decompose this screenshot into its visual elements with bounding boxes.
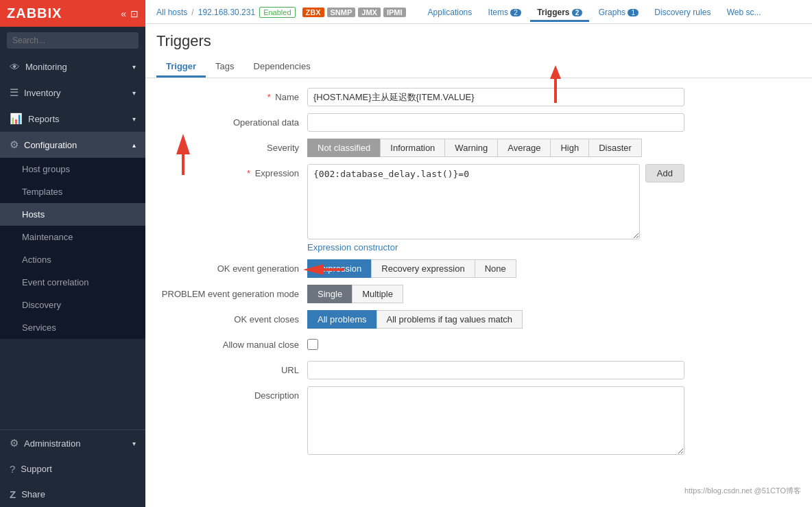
search-area — [0, 27, 145, 54]
problem-mode-label: PROBLEM event generation mode — [156, 285, 307, 303]
breadcrumb-sep1: / — [191, 8, 193, 17]
tab-triggers[interactable]: Triggers 2 — [530, 5, 589, 22]
tab-applications[interactable]: Applications — [421, 5, 479, 22]
allow-manual-checkbox[interactable] — [307, 339, 318, 350]
page-title-bar: Triggers — [145, 24, 812, 57]
sidebar-item-host-groups[interactable]: Host groups — [0, 158, 145, 180]
description-control — [307, 386, 684, 457]
severity-warning[interactable]: Warning — [444, 139, 497, 157]
expression-area: {002:database_delay.last()}=0 Add — [307, 164, 684, 239]
share-icon: Z — [10, 488, 16, 500]
ok-closes-all[interactable]: All problems — [307, 310, 377, 329]
search-input[interactable] — [7, 32, 139, 49]
expression-required: * — [247, 168, 250, 178]
tab-graphs[interactable]: Graphs 1 — [592, 5, 645, 22]
allow-manual-row: Allow manual close — [156, 335, 801, 354]
allow-manual-label: Allow manual close — [156, 335, 307, 354]
configuration-chevron: ▴ — [132, 141, 136, 149]
sidebar-item-templates[interactable]: Templates — [0, 180, 145, 203]
problem-mode-control: Single Multiple — [307, 285, 684, 303]
snmp-badge: SNMP — [327, 8, 356, 17]
ok-event-row: OK event generation Expression Recovery … — [156, 259, 801, 278]
severity-average[interactable]: Average — [497, 139, 550, 157]
tab-discovery-rules[interactable]: Discovery rules — [647, 5, 717, 22]
trigger-tab-tags[interactable]: Tags — [206, 57, 243, 78]
name-label: * Name — [156, 88, 307, 106]
tab-web-screens[interactable]: Web sc... — [720, 5, 768, 22]
monitoring-label: Monitoring — [25, 62, 67, 72]
trigger-tab-dependencies[interactable]: Dependencies — [244, 57, 320, 78]
logo-icons: « ⊡ — [121, 8, 139, 19]
operational-data-input[interactable] — [307, 113, 684, 132]
severity-group: Not classified Information Warning Avera… — [307, 139, 684, 157]
sidebar-bottom: ⚙ Administration ▾ ? Support Z Share — [0, 429, 145, 507]
url-label: URL — [156, 361, 307, 379]
inventory-chevron: ▾ — [132, 89, 136, 97]
severity-disaster[interactable]: Disaster — [588, 139, 642, 157]
severity-information[interactable]: Information — [380, 139, 444, 157]
expand-icon[interactable]: ⊡ — [130, 8, 139, 19]
ok-event-none[interactable]: None — [475, 259, 516, 278]
severity-control: Not classified Information Warning Avera… — [307, 139, 684, 157]
ok-closes-row: OK event closes All problems All problem… — [156, 310, 801, 329]
tab-items[interactable]: Items 2 — [481, 5, 528, 22]
ok-event-control: Expression Recovery expression None — [307, 259, 684, 278]
trigger-form-content: * Name Operational data Severity — [145, 78, 812, 507]
name-required: * — [267, 92, 271, 102]
sidebar-item-administration[interactable]: ⚙ Administration ▾ — [0, 430, 145, 456]
breadcrumb-all-hosts[interactable]: All hosts — [156, 8, 187, 17]
url-input[interactable] — [307, 361, 684, 379]
top-bar: All hosts / 192.168.30.231 Enabled ZBX S… — [145, 0, 812, 24]
sidebar-item-share[interactable]: Z Share — [0, 482, 145, 507]
zbx-badge: ZBX — [302, 8, 324, 17]
sidebar-item-monitoring[interactable]: 👁 Monitoring ▾ — [0, 54, 145, 80]
severity-not-classified[interactable]: Not classified — [307, 139, 380, 157]
ok-closes-control: All problems All problems if tag values … — [307, 310, 684, 329]
inventory-label: Inventory — [24, 88, 60, 98]
operational-data-control — [307, 113, 684, 132]
problem-mode-single[interactable]: Single — [307, 285, 352, 303]
expression-constructor-link[interactable]: Expression constructor — [307, 242, 398, 252]
monitoring-chevron: ▾ — [132, 63, 136, 71]
description-textarea[interactable] — [307, 386, 684, 455]
sidebar-item-event-correlation[interactable]: Event correlation — [0, 271, 145, 294]
problem-mode-group: Single Multiple — [307, 285, 684, 303]
expression-row: * Expression {002:database_delay.last()}… — [156, 164, 801, 252]
ok-event-expression[interactable]: Expression — [307, 259, 371, 278]
problem-mode-row: PROBLEM event generation mode Single Mul… — [156, 285, 801, 303]
expression-textarea[interactable]: {002:database_delay.last()}=0 — [307, 164, 640, 239]
sidebar-item-support[interactable]: ? Support — [0, 456, 145, 482]
support-label: Support — [21, 464, 52, 474]
ok-event-label: OK event generation — [156, 259, 307, 278]
add-expression-button[interactable]: Add — [645, 164, 684, 182]
host-badges: ZBX SNMP JMX IPMI — [302, 8, 406, 17]
ipmi-badge: IPMI — [383, 8, 406, 17]
url-row: URL — [156, 361, 801, 379]
operational-data-label: Operational data — [156, 113, 307, 132]
ok-closes-tag[interactable]: All problems if tag values match — [377, 310, 523, 329]
sidebar-item-inventory[interactable]: ☰ Inventory ▾ — [0, 80, 145, 106]
sidebar-item-discovery[interactable]: Discovery — [0, 294, 145, 316]
trigger-tab-trigger[interactable]: Trigger — [156, 57, 206, 78]
sidebar-item-services[interactable]: Services — [0, 316, 145, 339]
sidebar-item-configuration[interactable]: ⚙ Configuration ▴ — [0, 132, 145, 158]
sidebar: ZABBIX « ⊡ 👁 Monitoring ▾ ☰ Inventory ▾ … — [0, 0, 145, 507]
name-control — [307, 88, 684, 106]
severity-row: Severity Not classified Information Warn… — [156, 139, 801, 157]
sidebar-item-actions[interactable]: Actions — [0, 248, 145, 271]
reports-icon: 📊 — [10, 113, 23, 125]
jmx-badge: JMX — [358, 8, 381, 17]
name-input[interactable] — [307, 88, 684, 106]
sidebar-item-hosts[interactable]: Hosts — [0, 203, 145, 226]
ok-event-recovery[interactable]: Recovery expression — [371, 259, 474, 278]
enabled-badge: Enabled — [259, 7, 295, 18]
configuration-icon: ⚙ — [10, 139, 19, 151]
problem-mode-multiple[interactable]: Multiple — [352, 285, 403, 303]
ok-event-group: Expression Recovery expression None — [307, 259, 684, 278]
sidebar-item-maintenance[interactable]: Maintenance — [0, 226, 145, 248]
sidebar-item-reports[interactable]: 📊 Reports ▾ — [0, 106, 145, 132]
breadcrumb-ip[interactable]: 192.168.30.231 — [198, 8, 255, 17]
severity-high[interactable]: High — [550, 139, 588, 157]
operational-data-row: Operational data — [156, 113, 801, 132]
collapse-icon[interactable]: « — [121, 8, 126, 19]
